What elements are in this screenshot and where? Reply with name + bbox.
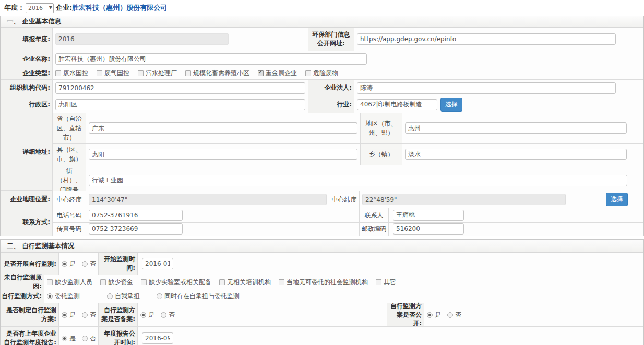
radio-mode-self[interactable]: 自我承担	[107, 292, 140, 301]
fax-label: 传真号码	[53, 223, 86, 236]
row-contact: 联系方式: 电话号码 联系人 传真号码 邮政编码	[1, 208, 643, 236]
row-company-name: 企业名称:	[1, 51, 643, 67]
checkbox-icon	[305, 70, 311, 76]
checkbox-sewage-plant[interactable]: 污水处理厂	[138, 69, 177, 78]
legal-person-label: 企业法人:	[308, 80, 354, 96]
checkbox-hazardous-waste[interactable]: 危险废物	[305, 69, 338, 78]
zip-label: 邮政编码	[360, 223, 389, 236]
phone-input[interactable]	[89, 210, 183, 221]
radio-q4-no[interactable]: 否	[447, 311, 461, 319]
row-company-type: 企业类型: 废水国控 废气国控 污水处理厂 规模化畜禽养殖小区 重金属企业 危险…	[1, 67, 643, 80]
contact-subrow-fax: 传真号码 邮政编码	[53, 223, 643, 236]
contact-person-input[interactable]	[393, 210, 464, 221]
radio-q4-yes[interactable]: 是	[427, 311, 441, 319]
checkbox-icon	[47, 279, 53, 285]
plan-made-label: 是否制定自行监测方案:	[1, 303, 59, 326]
town-input[interactable]	[405, 149, 627, 160]
monitoring-conducted-label: 是否开展自行监测:	[1, 253, 59, 275]
report-time-input[interactable]	[142, 332, 173, 344]
start-time-input[interactable]	[142, 258, 173, 269]
legal-person-input[interactable]	[357, 82, 616, 94]
radio-q3-yes[interactable]: 是	[140, 311, 154, 319]
industry-label: 行业:	[308, 96, 354, 113]
radio-mode-both[interactable]: 同时存在自承担与委托监测	[157, 292, 240, 301]
fill-year-input[interactable]	[55, 33, 229, 45]
latitude-input[interactable]	[362, 194, 566, 205]
company-label: 企业:	[56, 3, 72, 13]
radio-icon	[82, 312, 88, 318]
section2-header: 二、 自行监测基本情况	[1, 240, 643, 253]
zip-input[interactable]	[393, 223, 464, 235]
checkbox-reason-other[interactable]: 其它	[376, 278, 396, 287]
row-org-code: 组织机构代码: 企业法人:	[1, 80, 643, 96]
radio-q2-no[interactable]: 否	[82, 311, 96, 319]
dropdown-arrow-icon: ▼	[49, 6, 52, 10]
checkbox-reason-no-training[interactable]: 无相关培训机构	[219, 278, 271, 287]
year-select-value: 2016	[28, 5, 43, 11]
topbar: 年度： 2016 ▼ 企业: 胜宏科技（惠州）股份有限公司	[0, 0, 644, 16]
row-fill-year: 填报年度: 环保部门信息公开网址:	[1, 28, 643, 51]
company-name-input[interactable]	[55, 53, 367, 65]
radio-q5-yes[interactable]: 是	[62, 334, 76, 343]
industry-select-button[interactable]: 选择	[440, 98, 462, 112]
checkbox-wastewater-state[interactable]: 废水国控	[55, 69, 88, 78]
geo-select-button[interactable]: 选择	[606, 193, 628, 206]
radio-q3-no[interactable]: 否	[161, 311, 175, 319]
row-geo-location: 企业地理位置: 中心经度 中心纬度 选择	[1, 191, 643, 208]
fax-input[interactable]	[89, 223, 183, 235]
radio-icon	[427, 312, 433, 318]
county-label: 县（区、市、旗）	[53, 144, 86, 165]
contact-label: 联系方式:	[1, 208, 53, 236]
checkbox-reason-no-lab[interactable]: 缺少实验室或相关配备	[141, 278, 211, 287]
env-url-input[interactable]	[357, 33, 616, 45]
radio-q2-yes[interactable]: 是	[62, 311, 76, 319]
checkbox-gas-state[interactable]: 废气国控	[97, 69, 129, 78]
basic-info-table: 一、 企业基本信息 填报年度: 环保部门信息公开网址: 企业名称: 企业类型: …	[0, 16, 644, 236]
radio-q1-yes[interactable]: 是	[62, 260, 76, 268]
org-code-input[interactable]	[55, 82, 305, 94]
street-input[interactable]	[89, 175, 627, 186]
checkbox-reason-no-agency[interactable]: 当地无可委托的社会监测机构	[279, 278, 368, 287]
fill-year-label: 填报年度:	[1, 28, 53, 51]
address-subrow-province: 省（自治区、直辖市） 地区（市、州、盟）	[53, 113, 643, 144]
region-input[interactable]	[405, 122, 627, 134]
radio-mode-entrusted[interactable]: 委托监测	[47, 292, 80, 301]
radio-icon	[157, 293, 162, 299]
checkbox-icon	[55, 70, 61, 76]
checkbox-icon	[219, 279, 225, 285]
checkbox-icon	[138, 70, 144, 76]
radio-icon	[447, 312, 453, 318]
checkbox-reason-no-staff[interactable]: 缺少监测人员	[47, 278, 92, 287]
monitoring-mode-label: 自行监测方式:	[1, 289, 44, 303]
year-select[interactable]: 2016 ▼	[26, 3, 54, 13]
district-label: 行政区:	[1, 96, 53, 113]
row-monitoring-conducted: 是否开展自行监测: 是 否 开始监测时间:	[1, 253, 643, 275]
county-input[interactable]	[89, 149, 357, 160]
contact-person-label: 联系人	[360, 208, 389, 222]
radio-icon	[161, 312, 166, 318]
env-url-label: 环保部门信息公开网址:	[308, 28, 354, 51]
checkbox-icon	[279, 279, 284, 285]
checkbox-livestock[interactable]: 规模化畜禽养殖小区	[185, 69, 249, 78]
row-address: 详细地址: 省（自治区、直辖市） 地区（市、州、盟） 县（区、市、旗） 乡（镇）	[1, 113, 643, 191]
checkbox-icon	[100, 279, 106, 285]
address-subrow-county: 县（区、市、旗） 乡（镇）	[53, 144, 643, 165]
annual-report-label: 是否有上年度企业自行监测年度报告:	[1, 327, 59, 345]
org-code-label: 组织机构代码:	[1, 80, 53, 96]
start-time-label: 开始监测时间:	[99, 253, 138, 275]
longitude-input[interactable]	[89, 194, 327, 205]
province-label: 省（自治区、直辖市）	[53, 113, 86, 143]
district-input[interactable]	[55, 99, 305, 110]
radio-icon	[62, 336, 67, 341]
section1-title: 一、 企业基本信息	[7, 17, 61, 26]
company-name-link[interactable]: 胜宏科技（惠州）股份有限公司	[72, 3, 167, 13]
row-monitoring-mode: 自行监测方式: 委托监测 自我承担 同时存在自承担与委托监测	[1, 289, 643, 303]
radio-q5-no[interactable]: 否	[82, 334, 96, 343]
row-district: 行政区: 行业: 选择	[1, 96, 643, 113]
checkbox-icon	[376, 279, 381, 285]
province-input[interactable]	[89, 122, 357, 134]
industry-input[interactable]	[357, 99, 437, 110]
checkbox-reason-no-funds[interactable]: 缺少资金	[100, 278, 133, 287]
radio-q1-no[interactable]: 否	[82, 260, 96, 268]
checkbox-heavy-metal[interactable]: 重金属企业	[258, 69, 297, 78]
